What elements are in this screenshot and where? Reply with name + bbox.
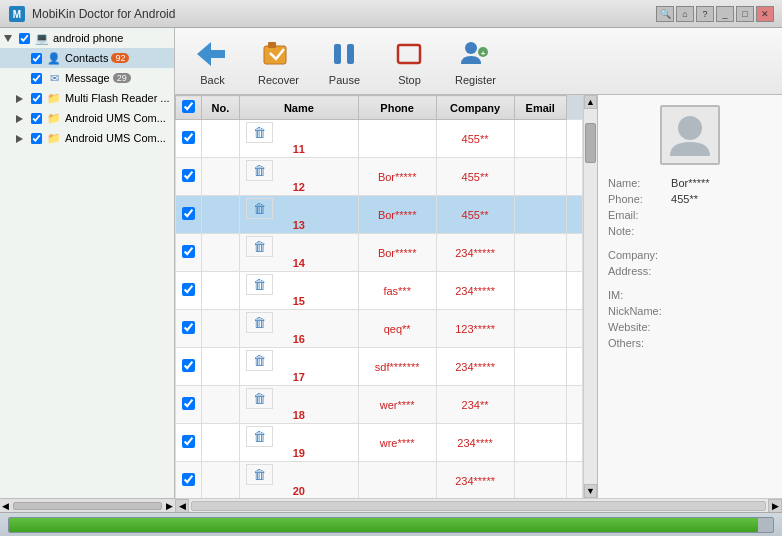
row-checkbox[interactable] xyxy=(182,321,195,334)
folder-icon: 📁 xyxy=(46,111,62,125)
detail-note-row: Note: xyxy=(608,225,772,237)
status-bar xyxy=(0,512,782,536)
recover-button[interactable]: Recover xyxy=(250,32,307,90)
scroll-thumb-h[interactable] xyxy=(13,502,162,510)
svg-text:M: M xyxy=(13,9,21,20)
delete-icon[interactable]: 🗑 xyxy=(253,277,266,292)
table-row[interactable]: 🗑13Bor*****455** xyxy=(176,196,583,234)
delete-cell[interactable]: 🗑 xyxy=(246,199,272,219)
sidebar-item-message[interactable]: ✉ Message 29 xyxy=(0,68,174,88)
delete-cell[interactable]: 🗑 xyxy=(246,313,272,333)
delete-cell[interactable]: 🗑 xyxy=(246,237,272,257)
delete-icon[interactable]: 🗑 xyxy=(253,391,266,406)
delete-cell[interactable]: 🗑 xyxy=(246,275,272,295)
table-row[interactable]: 🗑11455** xyxy=(176,120,583,158)
row-checkbox-cell xyxy=(176,158,202,196)
row-checkbox[interactable] xyxy=(182,435,195,448)
svg-rect-7 xyxy=(398,45,420,63)
scroll-right-arrow[interactable]: ▶ xyxy=(166,501,173,511)
hscroll-left-arrow[interactable]: ◀ xyxy=(175,499,189,513)
row-checkbox[interactable] xyxy=(182,283,195,296)
row-checkbox[interactable] xyxy=(182,245,195,258)
minimize-btn[interactable]: _ xyxy=(716,6,734,22)
sidebar-item-ums1[interactable]: 📁 Android UMS Com... xyxy=(0,108,174,128)
col-header-email: Email xyxy=(514,96,566,120)
sidebar-item-multi-flash[interactable]: 📁 Multi Flash Reader ... xyxy=(0,88,174,108)
hscroll-right-arrow[interactable]: ▶ xyxy=(768,499,782,513)
col-header-name: Name xyxy=(239,96,358,120)
delete-icon[interactable]: 🗑 xyxy=(253,353,266,368)
table-row[interactable]: 🗑15fas***234***** xyxy=(176,272,583,310)
row-number: 11 xyxy=(293,143,305,155)
deleted-phone: 455** xyxy=(462,171,489,183)
sidebar-checkbox-ums1[interactable] xyxy=(31,112,42,123)
delete-cell[interactable]: 🗑 xyxy=(246,161,272,181)
delete-icon[interactable]: 🗑 xyxy=(253,125,266,140)
row-checkbox[interactable] xyxy=(182,169,195,182)
back-button[interactable]: Back xyxy=(185,32,240,90)
table-row[interactable]: 🗑14Bor*****234***** xyxy=(176,234,583,272)
row-checkbox[interactable] xyxy=(182,473,195,486)
delete-cell[interactable]: 🗑 xyxy=(246,123,272,143)
spacer xyxy=(608,241,772,249)
sidebar-checkbox-ums2[interactable] xyxy=(31,132,42,143)
deleted-phone: 123***** xyxy=(455,323,495,335)
row-phone-cell: 455** xyxy=(436,196,514,234)
sidebar-checkbox-multi-flash[interactable] xyxy=(31,92,42,103)
svg-text:+: + xyxy=(481,49,486,58)
sidebar-item-android-phone[interactable]: 💻 android phone xyxy=(0,28,174,48)
delete-cell[interactable]: 🗑 xyxy=(246,351,272,371)
table-row[interactable]: 🗑12Bor*****455** xyxy=(176,158,583,196)
sidebar-checkbox-message[interactable] xyxy=(31,72,42,83)
scroll-thumb[interactable] xyxy=(585,123,596,163)
row-company-cell xyxy=(514,310,566,348)
sidebar-item-ums2[interactable]: 📁 Android UMS Com... xyxy=(0,128,174,148)
delete-cell[interactable]: 🗑 xyxy=(246,427,272,447)
table-row[interactable]: 🗑17sdf*******234***** xyxy=(176,348,583,386)
table-row[interactable]: 🗑16qeq**123***** xyxy=(176,310,583,348)
sidebar-checkbox-contacts[interactable] xyxy=(31,52,42,63)
table-container[interactable]: No. Name Phone Company Email 🗑11455**🗑12… xyxy=(175,95,583,498)
sidebar-item-contacts[interactable]: 👤 Contacts 92 xyxy=(0,48,174,68)
close-btn[interactable]: ✕ xyxy=(756,6,774,22)
table-row[interactable]: 🗑19wre****234**** xyxy=(176,424,583,462)
delete-icon[interactable]: 🗑 xyxy=(253,315,266,330)
delete-cell[interactable]: 🗑 xyxy=(246,465,272,485)
delete-icon[interactable]: 🗑 xyxy=(253,429,266,444)
register-button[interactable]: + Register xyxy=(447,32,504,90)
row-checkbox[interactable] xyxy=(182,397,195,410)
scroll-left-arrow[interactable]: ◀ xyxy=(2,501,9,511)
delete-cell[interactable]: 🗑 xyxy=(246,389,272,409)
delete-icon[interactable]: 🗑 xyxy=(253,467,266,482)
stop-button[interactable]: Stop xyxy=(382,32,437,90)
table-row[interactable]: 🗑18wer****234** xyxy=(176,386,583,424)
row-email-cell xyxy=(566,386,582,424)
table-row[interactable]: 🗑20234***** xyxy=(176,462,583,499)
expand-icon[interactable] xyxy=(16,93,28,103)
row-company-cell xyxy=(514,234,566,272)
row-checkbox[interactable] xyxy=(182,131,195,144)
search-btn[interactable]: 🔍 xyxy=(656,6,674,22)
delete-icon[interactable]: 🗑 xyxy=(253,163,266,178)
home-btn[interactable]: ⌂ xyxy=(676,6,694,22)
maximize-btn[interactable]: □ xyxy=(736,6,754,22)
delete-icon[interactable]: 🗑 xyxy=(253,239,266,254)
select-all-checkbox[interactable] xyxy=(182,100,195,113)
detail-others-row: Others: xyxy=(608,337,772,349)
row-company-cell xyxy=(514,120,566,158)
row-name-cell: qeq** xyxy=(358,310,436,348)
row-name-cell: fas*** xyxy=(358,272,436,310)
expand-icon[interactable] xyxy=(16,113,28,123)
help-btn[interactable]: ? xyxy=(696,6,714,22)
scroll-down-arrow[interactable]: ▼ xyxy=(584,484,597,498)
sidebar-checkbox-android-phone[interactable] xyxy=(19,32,30,43)
hscroll-track[interactable] xyxy=(191,501,766,511)
app-title: MobiKin Doctor for Android xyxy=(32,7,656,21)
row-checkbox[interactable] xyxy=(182,207,195,220)
delete-icon[interactable]: 🗑 xyxy=(253,201,266,216)
expand-icon[interactable] xyxy=(16,133,28,143)
row-checkbox[interactable] xyxy=(182,359,195,372)
scroll-up-arrow[interactable]: ▲ xyxy=(584,95,597,109)
expand-icon[interactable] xyxy=(4,33,16,43)
pause-button[interactable]: Pause xyxy=(317,32,372,90)
